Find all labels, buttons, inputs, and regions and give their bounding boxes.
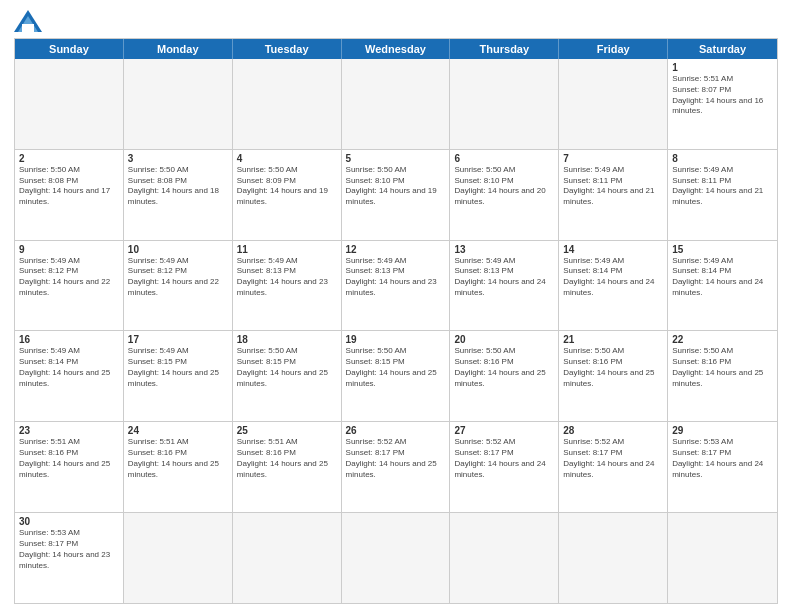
day-info: Sunrise: 5:49 AM Sunset: 8:13 PM Dayligh… [454,256,554,299]
calendar: SundayMondayTuesdayWednesdayThursdayFrid… [14,38,778,604]
day-number: 24 [128,425,228,436]
calendar-cell: 22Sunrise: 5:50 AM Sunset: 8:16 PM Dayli… [668,331,777,421]
calendar-cell: 28Sunrise: 5:52 AM Sunset: 8:17 PM Dayli… [559,422,668,512]
day-info: Sunrise: 5:49 AM Sunset: 8:13 PM Dayligh… [346,256,446,299]
day-number: 27 [454,425,554,436]
day-number: 10 [128,244,228,255]
day-number: 12 [346,244,446,255]
day-info: Sunrise: 5:50 AM Sunset: 8:15 PM Dayligh… [346,346,446,389]
calendar-cell: 11Sunrise: 5:49 AM Sunset: 8:13 PM Dayli… [233,241,342,331]
weekday-header: Thursday [450,39,559,59]
calendar-row: 9Sunrise: 5:49 AM Sunset: 8:12 PM Daylig… [15,240,777,331]
calendar-cell: 20Sunrise: 5:50 AM Sunset: 8:16 PM Dayli… [450,331,559,421]
day-info: Sunrise: 5:49 AM Sunset: 8:14 PM Dayligh… [19,346,119,389]
calendar-cell: 15Sunrise: 5:49 AM Sunset: 8:14 PM Dayli… [668,241,777,331]
day-info: Sunrise: 5:49 AM Sunset: 8:14 PM Dayligh… [672,256,773,299]
day-info: Sunrise: 5:52 AM Sunset: 8:17 PM Dayligh… [346,437,446,480]
calendar-cell: 8Sunrise: 5:49 AM Sunset: 8:11 PM Daylig… [668,150,777,240]
calendar-cell: 30Sunrise: 5:53 AM Sunset: 8:17 PM Dayli… [15,513,124,603]
day-number: 23 [19,425,119,436]
day-info: Sunrise: 5:51 AM Sunset: 8:16 PM Dayligh… [237,437,337,480]
calendar-cell: 21Sunrise: 5:50 AM Sunset: 8:16 PM Dayli… [559,331,668,421]
day-info: Sunrise: 5:53 AM Sunset: 8:17 PM Dayligh… [672,437,773,480]
weekday-header: Saturday [668,39,777,59]
calendar-row: 1Sunrise: 5:51 AM Sunset: 8:07 PM Daylig… [15,59,777,149]
calendar-cell: 23Sunrise: 5:51 AM Sunset: 8:16 PM Dayli… [15,422,124,512]
day-number: 5 [346,153,446,164]
day-info: Sunrise: 5:50 AM Sunset: 8:09 PM Dayligh… [237,165,337,208]
day-info: Sunrise: 5:51 AM Sunset: 8:16 PM Dayligh… [19,437,119,480]
day-info: Sunrise: 5:50 AM Sunset: 8:15 PM Dayligh… [237,346,337,389]
calendar-cell [450,59,559,149]
day-number: 13 [454,244,554,255]
day-info: Sunrise: 5:50 AM Sunset: 8:16 PM Dayligh… [672,346,773,389]
calendar-cell: 26Sunrise: 5:52 AM Sunset: 8:17 PM Dayli… [342,422,451,512]
day-number: 19 [346,334,446,345]
day-info: Sunrise: 5:53 AM Sunset: 8:17 PM Dayligh… [19,528,119,571]
day-info: Sunrise: 5:50 AM Sunset: 8:16 PM Dayligh… [563,346,663,389]
day-info: Sunrise: 5:49 AM Sunset: 8:15 PM Dayligh… [128,346,228,389]
calendar-row: 2Sunrise: 5:50 AM Sunset: 8:08 PM Daylig… [15,149,777,240]
day-info: Sunrise: 5:50 AM Sunset: 8:10 PM Dayligh… [346,165,446,208]
calendar-row: 30Sunrise: 5:53 AM Sunset: 8:17 PM Dayli… [15,512,777,603]
calendar-cell [124,59,233,149]
weekday-header: Sunday [15,39,124,59]
day-number: 26 [346,425,446,436]
calendar-cell [124,513,233,603]
day-number: 7 [563,153,663,164]
svg-rect-2 [22,24,34,32]
calendar-cell: 9Sunrise: 5:49 AM Sunset: 8:12 PM Daylig… [15,241,124,331]
day-number: 16 [19,334,119,345]
calendar-row: 23Sunrise: 5:51 AM Sunset: 8:16 PM Dayli… [15,421,777,512]
calendar-cell [668,513,777,603]
calendar-cell [450,513,559,603]
calendar-cell: 18Sunrise: 5:50 AM Sunset: 8:15 PM Dayli… [233,331,342,421]
day-info: Sunrise: 5:51 AM Sunset: 8:16 PM Dayligh… [128,437,228,480]
day-number: 15 [672,244,773,255]
day-number: 20 [454,334,554,345]
day-number: 14 [563,244,663,255]
day-info: Sunrise: 5:49 AM Sunset: 8:12 PM Dayligh… [128,256,228,299]
weekday-header: Friday [559,39,668,59]
calendar-cell: 25Sunrise: 5:51 AM Sunset: 8:16 PM Dayli… [233,422,342,512]
calendar-body: 1Sunrise: 5:51 AM Sunset: 8:07 PM Daylig… [15,59,777,603]
day-info: Sunrise: 5:49 AM Sunset: 8:11 PM Dayligh… [672,165,773,208]
calendar-cell: 10Sunrise: 5:49 AM Sunset: 8:12 PM Dayli… [124,241,233,331]
day-number: 30 [19,516,119,527]
calendar-cell: 3Sunrise: 5:50 AM Sunset: 8:08 PM Daylig… [124,150,233,240]
calendar-cell [342,513,451,603]
calendar-cell: 1Sunrise: 5:51 AM Sunset: 8:07 PM Daylig… [668,59,777,149]
day-number: 28 [563,425,663,436]
day-number: 4 [237,153,337,164]
day-number: 17 [128,334,228,345]
day-number: 21 [563,334,663,345]
calendar-cell: 2Sunrise: 5:50 AM Sunset: 8:08 PM Daylig… [15,150,124,240]
day-info: Sunrise: 5:50 AM Sunset: 8:16 PM Dayligh… [454,346,554,389]
calendar-cell: 4Sunrise: 5:50 AM Sunset: 8:09 PM Daylig… [233,150,342,240]
calendar-cell [233,59,342,149]
calendar-cell [342,59,451,149]
day-info: Sunrise: 5:49 AM Sunset: 8:13 PM Dayligh… [237,256,337,299]
weekday-header: Monday [124,39,233,59]
calendar-cell: 13Sunrise: 5:49 AM Sunset: 8:13 PM Dayli… [450,241,559,331]
day-info: Sunrise: 5:49 AM Sunset: 8:14 PM Dayligh… [563,256,663,299]
day-info: Sunrise: 5:49 AM Sunset: 8:12 PM Dayligh… [19,256,119,299]
calendar-cell [559,513,668,603]
calendar-row: 16Sunrise: 5:49 AM Sunset: 8:14 PM Dayli… [15,330,777,421]
calendar-cell: 12Sunrise: 5:49 AM Sunset: 8:13 PM Dayli… [342,241,451,331]
logo-icon [14,10,42,32]
day-number: 2 [19,153,119,164]
page: SundayMondayTuesdayWednesdayThursdayFrid… [0,0,792,612]
day-info: Sunrise: 5:50 AM Sunset: 8:08 PM Dayligh… [128,165,228,208]
day-info: Sunrise: 5:51 AM Sunset: 8:07 PM Dayligh… [672,74,773,117]
day-info: Sunrise: 5:49 AM Sunset: 8:11 PM Dayligh… [563,165,663,208]
day-number: 18 [237,334,337,345]
day-number: 8 [672,153,773,164]
day-number: 25 [237,425,337,436]
day-info: Sunrise: 5:52 AM Sunset: 8:17 PM Dayligh… [563,437,663,480]
calendar-cell [233,513,342,603]
day-number: 6 [454,153,554,164]
calendar-cell: 29Sunrise: 5:53 AM Sunset: 8:17 PM Dayli… [668,422,777,512]
calendar-cell: 27Sunrise: 5:52 AM Sunset: 8:17 PM Dayli… [450,422,559,512]
day-number: 11 [237,244,337,255]
